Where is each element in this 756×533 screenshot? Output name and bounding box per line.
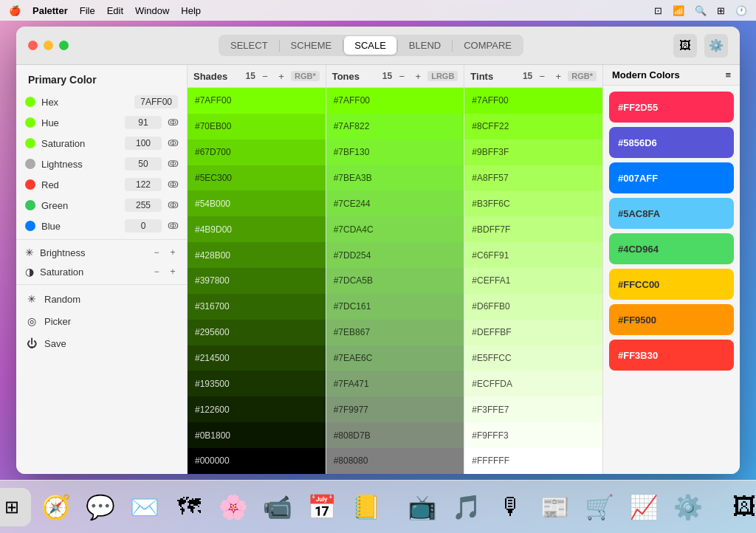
swatch-item[interactable]: #397800 [188,268,326,294]
swatch-item[interactable]: #F9FFF3 [464,422,602,448]
modern-swatch-item[interactable]: #FF9500 [609,304,734,335]
swatch-item[interactable]: #808080 [326,448,464,474]
swatch-item[interactable]: #7DC161 [326,294,464,320]
modern-swatch-item[interactable]: #5AC8FA [609,198,734,229]
swatch-item[interactable]: #DEFFBF [464,320,602,345]
swatch-item[interactable]: #7BF130 [326,140,464,165]
swatch-item[interactable]: #7DCA5B [326,268,464,294]
tab-blend[interactable]: BLEND [399,36,451,55]
swatch-item[interactable]: #7F9977 [326,396,464,422]
blue-value[interactable]: 0 [125,219,162,233]
swatch-item[interactable]: #7FA471 [326,371,464,396]
swatch-item[interactable]: #7CE244 [326,190,464,216]
swatch-item[interactable]: #000000 [188,448,326,474]
swatch-item[interactable]: #A8FF57 [464,165,602,191]
control-center-icon[interactable]: ⊞ [717,5,725,16]
swatch-item[interactable]: #E5FFCC [464,345,602,371]
picker-row[interactable]: ◎ Picker [16,310,187,332]
swatch-item[interactable]: #CEFFA1 [464,268,602,294]
tones-minus-btn[interactable]: − [395,69,408,83]
menu-paletter[interactable]: Paletter [32,5,68,16]
modern-swatch-item[interactable]: #FF2D55 [609,92,734,123]
dock-safari[interactable]: 🧭 [37,488,75,526]
close-button[interactable] [28,41,38,50]
modern-swatch-item[interactable]: #007AFF [609,162,734,193]
modern-menu-icon[interactable]: ≡ [725,69,731,80]
swatch-item[interactable]: #FFFFFF [464,448,602,474]
image-button[interactable]: 🖼 [673,34,697,58]
dock-podcasts[interactable]: 🎙 [492,488,530,526]
fullscreen-icon[interactable]: ⊡ [654,5,662,16]
swatch-item[interactable]: #7EB867 [326,320,464,345]
swatch-item[interactable]: #C6FF91 [464,242,602,268]
saturation-value[interactable]: 100 [125,137,162,150]
dock-messages[interactable]: 💬 [81,488,120,526]
swatch-item[interactable]: #808D7B [326,422,464,448]
saturation-minus[interactable]: − [151,266,162,277]
tints-minus-btn[interactable]: − [535,69,549,83]
dock-music[interactable]: 🎵 [447,488,486,526]
swatch-item[interactable]: #214500 [188,345,326,371]
modern-swatch-item[interactable]: #4CD964 [609,233,734,264]
dock-news[interactable]: 📰 [536,488,574,526]
dock-preview[interactable]: 🖼 [725,488,756,526]
tab-compare[interactable]: COMPARE [453,36,522,55]
swatch-item[interactable]: #7AFF00 [464,88,602,114]
modern-swatch-item[interactable]: #FFCC00 [609,269,734,300]
tones-mode[interactable]: LRGB [427,71,458,81]
swatch-item[interactable]: #7CDA4C [326,216,464,242]
dock-appstore[interactable]: 🛒 [580,488,619,526]
swatch-item[interactable]: #7AFF00 [326,88,464,114]
saturation-plus-btn[interactable]: + [168,266,178,277]
hue-value[interactable]: 91 [125,116,162,129]
search-icon[interactable]: 🔍 [695,5,707,16]
red-value[interactable]: 122 [125,178,162,191]
tints-plus-btn[interactable]: + [551,69,565,83]
hex-value[interactable]: 7AFF00 [134,95,178,109]
swatch-item[interactable]: #316700 [188,294,326,320]
swatch-item[interactable]: #7BEA3B [326,165,464,191]
swatch-item[interactable]: #7EAE6C [326,345,464,371]
modern-swatch-item[interactable]: #FF3B30 [609,340,734,371]
swatch-item[interactable]: #54B000 [188,190,326,216]
dock-stocks[interactable]: 📈 [625,488,663,526]
swatch-item[interactable]: #295600 [188,320,326,345]
swatch-item[interactable]: #0B1800 [188,422,326,448]
swatch-item[interactable]: #D6FFB0 [464,294,602,320]
apple-menu[interactable]: 🍎 [9,5,21,16]
tab-scale[interactable]: SCALE [344,36,396,55]
swatch-item[interactable]: #7DD254 [326,242,464,268]
swatch-item[interactable]: #8CFF22 [464,114,602,140]
dock-calendar[interactable]: 📅 [303,488,341,526]
dock-notes[interactable]: 📒 [347,488,385,526]
swatch-item[interactable]: #70EB00 [188,114,326,140]
swatch-item[interactable]: #ECFFDA [464,371,602,396]
swatch-item[interactable]: #67D700 [188,140,326,165]
wifi-icon[interactable]: 📶 [673,5,684,16]
swatch-item[interactable]: #5EC300 [188,165,326,191]
minimize-button[interactable] [44,41,53,50]
shades-minus-btn[interactable]: − [258,69,272,83]
swatch-item[interactable]: #4B9D00 [188,216,326,242]
tab-select[interactable]: SELECT [220,36,278,55]
brightness-minus[interactable]: − [151,247,162,258]
menu-edit[interactable]: Edit [107,5,123,16]
dock-mail[interactable]: ✉️ [126,488,164,526]
lightness-value[interactable]: 50 [125,157,162,171]
dock-sysprefs[interactable]: ⚙️ [669,488,707,526]
swatch-item[interactable]: #193500 [188,371,326,396]
shades-mode[interactable]: RGB* [291,71,320,81]
dock-launchpad[interactable]: ⊞ [0,488,31,526]
swatch-item[interactable]: #7AF822 [326,114,464,140]
save-row[interactable]: ⏻ Save [16,332,187,354]
shades-plus-btn[interactable]: + [275,69,288,83]
swatch-item[interactable]: #F3FFE7 [464,396,602,422]
tones-plus-btn[interactable]: + [411,69,425,83]
menu-file[interactable]: File [80,5,95,16]
brightness-plus[interactable]: + [168,247,178,258]
dock-maps[interactable]: 🗺 [170,488,208,526]
swatch-item[interactable]: #9BFF3F [464,140,602,165]
swatch-item[interactable]: #BDFF7F [464,216,602,242]
menu-window[interactable]: Window [135,5,169,16]
menu-help[interactable]: Help [181,5,201,16]
